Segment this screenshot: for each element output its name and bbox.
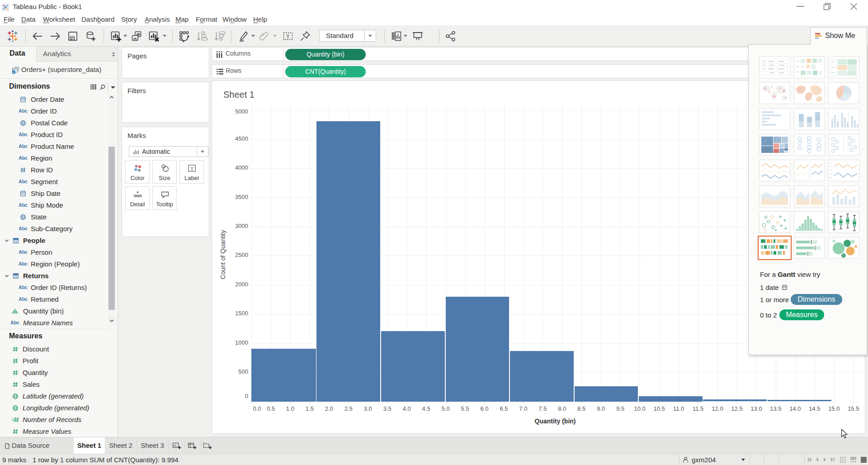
svg-text:T: T (286, 33, 290, 40)
svg-text:T: T (190, 166, 193, 171)
